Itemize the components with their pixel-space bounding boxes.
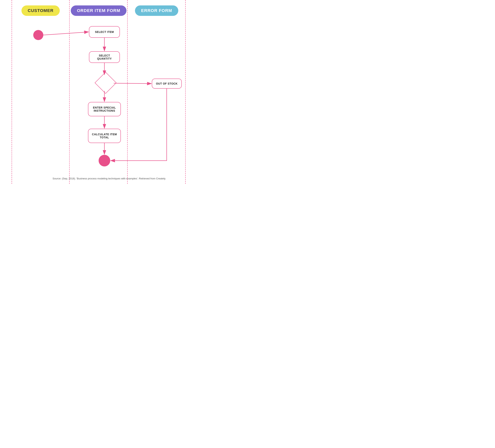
decision-node <box>98 75 113 91</box>
out-of-stock-node: OUT OF STOCK <box>152 79 182 89</box>
diagram-container: CUSTOMER ORDER ITEM FORM ERROR FORM SELE… <box>0 0 219 184</box>
start-node <box>33 30 43 40</box>
header-order: ORDER ITEM FORM <box>70 5 128 16</box>
select-item-node: SELECT ITEM <box>89 26 120 38</box>
end-node <box>99 155 110 166</box>
citation: Source: (Sep, 2018). 'Business process m… <box>0 177 219 180</box>
enter-special-node: ENTER SPECIAL INSTRUCTIONS <box>88 102 121 116</box>
order-label: ORDER ITEM FORM <box>71 5 126 16</box>
header-error: ERROR FORM <box>128 5 186 16</box>
error-label: ERROR FORM <box>135 5 178 16</box>
lane-error <box>128 0 186 184</box>
lane-customer <box>12 0 70 184</box>
header-customer: CUSTOMER <box>12 5 70 16</box>
calculate-total-node: CALCULATE ITEM TOTAL <box>88 129 121 143</box>
customer-label: CUSTOMER <box>21 5 60 16</box>
select-quantity-node: SELECT QUANTITY <box>89 51 120 63</box>
